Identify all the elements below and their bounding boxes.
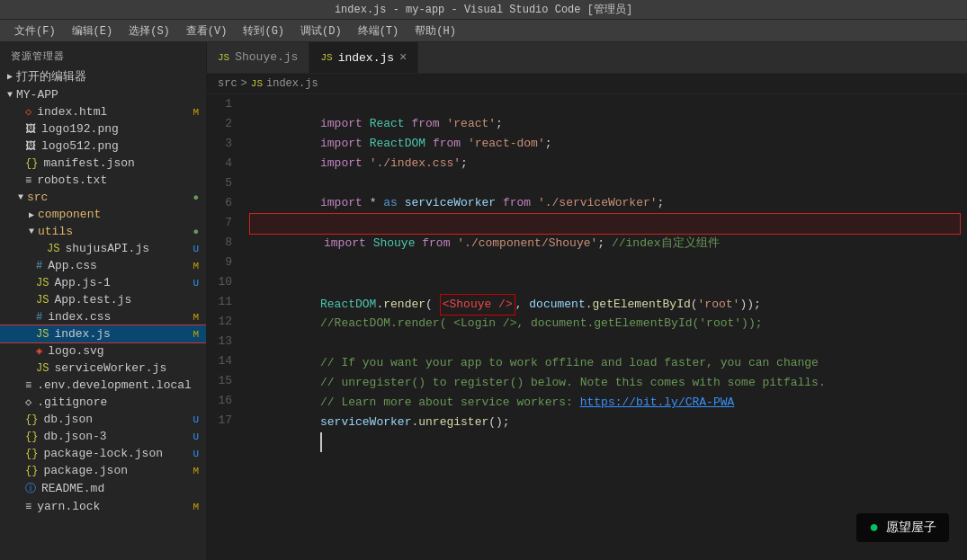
watermark-text: 愿望屋子 bbox=[886, 520, 936, 536]
folder-component[interactable]: ▶ component bbox=[0, 206, 206, 223]
file-name: App.test.js bbox=[54, 293, 131, 307]
file-logo-svg[interactable]: ◈ logo.svg bbox=[0, 342, 206, 360]
file-name: db.json-3 bbox=[43, 430, 106, 443]
chevron-down-icon: ▼ bbox=[29, 227, 34, 236]
img-file-icon: 🖼 bbox=[25, 122, 36, 136]
file-name: App.js-1 bbox=[54, 276, 110, 289]
file-app-css[interactable]: # App.css M bbox=[0, 257, 206, 274]
tab-index-js[interactable]: JS index.js × bbox=[309, 42, 418, 73]
menu-select[interactable]: 选择(S) bbox=[121, 22, 177, 40]
sidebar: 资源管理器 ▶ 打开的编辑器 ▼ MY-APP ◇ index.html M 🖼… bbox=[0, 42, 207, 560]
file-manifest[interactable]: {} manifest.json bbox=[0, 155, 206, 172]
file-badge: M bbox=[193, 502, 199, 512]
file-index-html[interactable]: ◇ index.html M bbox=[0, 103, 206, 120]
file-serviceworker[interactable]: JS serviceWorker.js bbox=[0, 360, 206, 377]
breadcrumb-src[interactable]: src bbox=[218, 77, 237, 90]
breadcrumb-js-icon: JS bbox=[251, 78, 263, 89]
env-file-icon: ◇ bbox=[25, 396, 31, 409]
menu-goto[interactable]: 转到(G) bbox=[236, 22, 291, 40]
file-badge: U bbox=[193, 431, 199, 442]
code-editor[interactable]: 1 2 3 4 5 6 7 8 9 10 11 12 13 14 15 16 1… bbox=[207, 94, 967, 560]
svg-file-icon: ◈ bbox=[36, 344, 42, 358]
menu-edit[interactable]: 编辑(E) bbox=[65, 22, 121, 40]
file-yarn-lock[interactable]: ≡ yarn.lock M bbox=[0, 498, 206, 515]
sidebar-header: 资源管理器 bbox=[0, 42, 206, 67]
env-file-icon: ≡ bbox=[25, 501, 31, 513]
editor-area: JS Shouye.js JS index.js × src > JS inde… bbox=[207, 42, 967, 560]
file-env[interactable]: ≡ .env.development.local bbox=[0, 377, 206, 394]
file-name: .env.development.local bbox=[37, 378, 192, 392]
file-package-json[interactable]: {} package.json M bbox=[0, 462, 206, 479]
sidebar-section-my-app[interactable]: ▼ MY-APP bbox=[0, 86, 206, 103]
file-db-json[interactable]: {} db.json U bbox=[0, 411, 206, 428]
file-badge: U bbox=[193, 414, 199, 425]
file-index-js[interactable]: JS index.js M bbox=[0, 325, 206, 342]
breadcrumb: src > JS index.js bbox=[207, 74, 967, 94]
folder-utils[interactable]: ▼ utils ● bbox=[0, 223, 206, 240]
tab-shouye[interactable]: JS Shouye.js bbox=[207, 42, 309, 73]
tabs-bar: JS Shouye.js JS index.js × bbox=[207, 42, 967, 74]
chevron-down-icon: ▼ bbox=[7, 90, 13, 100]
folder-src-label: src bbox=[27, 191, 48, 204]
code-content[interactable]: import React from 'react'; import ReactD… bbox=[243, 94, 967, 560]
file-readme[interactable]: ⓘ README.md bbox=[0, 479, 206, 498]
css-file-icon: # bbox=[36, 260, 42, 272]
file-app-js1[interactable]: JS App.js-1 U bbox=[0, 274, 206, 291]
line-numbers: 1 2 3 4 5 6 7 8 9 10 11 12 13 14 15 16 1… bbox=[207, 94, 243, 560]
file-name: serviceWorker.js bbox=[54, 361, 166, 375]
file-name: logo192.png bbox=[41, 122, 119, 136]
img-file-icon: 🖼 bbox=[25, 139, 36, 153]
sidebar-section-open-editors[interactable]: ▶ 打开的编辑器 bbox=[0, 67, 206, 86]
breadcrumb-file: index.js bbox=[266, 77, 318, 90]
menu-debug[interactable]: 调试(D) bbox=[293, 22, 349, 40]
title-bar: index.js - my-app - Visual Studio Code [… bbox=[0, 0, 967, 20]
shouye-tag-highlight: <Shouye /> bbox=[440, 294, 515, 316]
file-badge-untracked: U bbox=[193, 244, 199, 254]
chevron-right-icon: ▶ bbox=[7, 71, 13, 82]
main-layout: 资源管理器 ▶ 打开的编辑器 ▼ MY-APP ◇ index.html M 🖼… bbox=[0, 42, 967, 560]
breadcrumb-sep: > bbox=[241, 77, 247, 90]
file-badge: M bbox=[193, 329, 199, 340]
file-name: index.js bbox=[54, 327, 110, 341]
file-name: logo512.png bbox=[41, 139, 119, 153]
file-name: package-lock.json bbox=[43, 447, 163, 460]
file-name: shujusAPI.js bbox=[65, 242, 149, 255]
file-db-json3[interactable]: {} db.json-3 U bbox=[0, 428, 206, 445]
folder-src[interactable]: ▼ src ● bbox=[0, 189, 206, 206]
file-name: logo.svg bbox=[48, 344, 103, 358]
code-line-13: // If you want your app to work offline … bbox=[250, 333, 960, 353]
src-dot: ● bbox=[193, 192, 199, 203]
file-gitignore[interactable]: ◇ .gitignore bbox=[0, 394, 206, 411]
file-robots[interactable]: ≡ robots.txt bbox=[0, 172, 206, 189]
tab-js-icon: JS bbox=[320, 52, 332, 63]
menu-help[interactable]: 帮助(H) bbox=[407, 22, 463, 40]
file-shujusapi[interactable]: JS shujusAPI.js U bbox=[0, 240, 206, 257]
json-file-icon: {} bbox=[25, 413, 38, 426]
file-index-css[interactable]: # index.css M bbox=[0, 308, 206, 325]
env-file-icon: ≡ bbox=[25, 379, 31, 392]
file-logo512[interactable]: 🖼 logo512.png bbox=[0, 138, 206, 155]
file-name: robots.txt bbox=[37, 173, 107, 187]
file-app-test[interactable]: JS App.test.js bbox=[0, 291, 206, 308]
menu-terminal[interactable]: 终端(T) bbox=[351, 22, 407, 40]
code-line-5: import * as serviceWorker from './servic… bbox=[250, 173, 960, 193]
txt-file-icon: ≡ bbox=[25, 174, 31, 187]
code-line-1: import React from 'react'; bbox=[250, 94, 960, 114]
file-name: .gitignore bbox=[37, 396, 107, 409]
file-name: package.json bbox=[43, 464, 128, 477]
file-logo192[interactable]: 🖼 logo192.png bbox=[0, 120, 206, 138]
js-file-icon: JS bbox=[36, 362, 49, 375]
file-badge: M bbox=[193, 466, 199, 476]
menu-file[interactable]: 文件(F) bbox=[7, 22, 63, 40]
js-file-icon: JS bbox=[36, 277, 49, 289]
file-badge-modified: M bbox=[193, 107, 199, 118]
file-name: yarn.lock bbox=[37, 500, 100, 513]
wechat-icon: ● bbox=[869, 519, 879, 537]
file-badge: M bbox=[193, 261, 199, 271]
js-file-icon: JS bbox=[36, 328, 49, 341]
file-package-lock[interactable]: {} package-lock.json U bbox=[0, 445, 206, 462]
tab-close-button[interactable]: × bbox=[399, 50, 407, 65]
menu-view[interactable]: 查看(V) bbox=[179, 22, 235, 40]
watermark: ● 愿望屋子 bbox=[856, 513, 949, 542]
service-worker-link[interactable]: https://bit.ly/CRA-PWA bbox=[580, 396, 735, 409]
